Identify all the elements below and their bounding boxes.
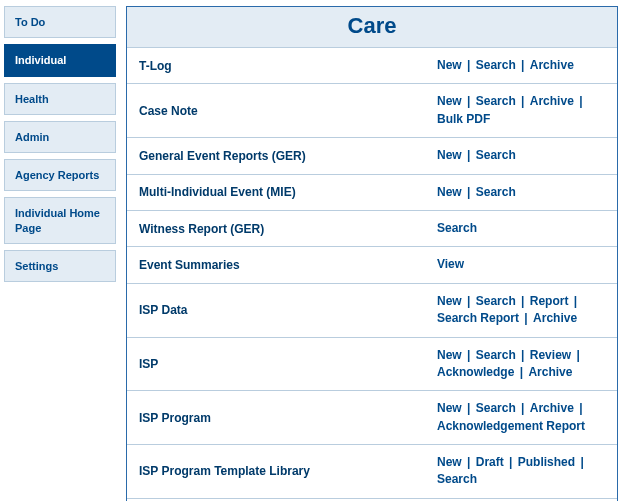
action-link[interactable]: Archive — [530, 58, 574, 72]
separator: | — [462, 148, 476, 162]
module-actions: New | Search — [437, 184, 605, 201]
module-actions: View — [437, 256, 605, 273]
module-list: T-LogNew | Search | ArchiveCase NoteNew … — [127, 47, 617, 501]
action-link[interactable]: New — [437, 401, 462, 415]
sidebar-item-health[interactable]: Health — [4, 83, 116, 115]
module-row: Multi-Individual Event (MIE)New | Search — [127, 174, 617, 210]
module-name: ISP — [139, 357, 389, 371]
action-link[interactable]: Published — [518, 455, 575, 469]
module-name: Witness Report (GER) — [139, 222, 389, 236]
separator: | — [462, 348, 476, 362]
sidebar-item-to-do[interactable]: To Do — [4, 6, 116, 38]
action-link[interactable]: Archive — [528, 365, 572, 379]
separator: | — [516, 294, 530, 308]
module-actions: New | Search | Archive | Acknowledgement… — [437, 400, 605, 435]
action-link[interactable]: New — [437, 185, 462, 199]
module-row: ISP Program Template LibraryNew | Draft … — [127, 444, 617, 498]
module-row: General Event Reports (GER)New | Search — [127, 137, 617, 173]
action-link[interactable]: Search — [476, 94, 516, 108]
action-link[interactable]: Archive — [530, 401, 574, 415]
page-title: Care — [127, 7, 617, 47]
separator: | — [516, 348, 530, 362]
action-link[interactable]: Search Report — [437, 311, 519, 325]
separator: | — [462, 185, 476, 199]
module-actions: New | Draft | Published | Search — [437, 454, 605, 489]
action-link[interactable]: Search — [437, 472, 477, 486]
module-name: ISP Program Template Library — [139, 464, 389, 478]
sidebar-item-agency-reports[interactable]: Agency Reports — [4, 159, 116, 191]
action-link[interactable]: Draft — [476, 455, 504, 469]
separator: | — [516, 94, 530, 108]
module-name: T-Log — [139, 59, 389, 73]
module-row: Event SummariesView — [127, 246, 617, 282]
action-link[interactable]: Acknowledge — [437, 365, 514, 379]
separator: | — [574, 94, 585, 108]
sidebar-item-settings[interactable]: Settings — [4, 250, 116, 282]
separator: | — [519, 311, 533, 325]
module-actions: New | Search | Review | Acknowledge | Ar… — [437, 347, 605, 382]
action-link[interactable]: Acknowledgement Report — [437, 419, 585, 433]
module-actions: Search — [437, 220, 605, 237]
action-link[interactable]: Search — [476, 401, 516, 415]
separator: | — [514, 365, 528, 379]
separator: | — [574, 401, 585, 415]
module-actions: New | Search | Archive — [437, 57, 605, 74]
separator: | — [462, 294, 476, 308]
module-name: General Event Reports (GER) — [139, 149, 389, 163]
separator: | — [462, 58, 476, 72]
module-row: ISP ProgramNew | Search | Archive | Ackn… — [127, 390, 617, 444]
main-panel: Care T-LogNew | Search | ArchiveCase Not… — [126, 6, 618, 501]
module-name: Event Summaries — [139, 258, 389, 272]
sidebar-item-individual[interactable]: Individual — [4, 44, 116, 76]
module-name: Case Note — [139, 104, 389, 118]
module-row: ISP DataNew | Search | Report | Search R… — [127, 283, 617, 337]
action-link[interactable]: Report — [530, 294, 569, 308]
module-actions: New | Search | Report | Search Report | … — [437, 293, 605, 328]
action-link[interactable]: View — [437, 257, 464, 271]
action-link[interactable]: Archive — [530, 94, 574, 108]
action-link[interactable]: Search — [476, 148, 516, 162]
separator: | — [462, 455, 476, 469]
separator: | — [462, 401, 476, 415]
sidebar: To DoIndividualHealthAdminAgency Reports… — [4, 6, 116, 288]
module-name: Multi-Individual Event (MIE) — [139, 185, 389, 199]
action-link[interactable]: New — [437, 348, 462, 362]
action-link[interactable]: Search — [437, 221, 477, 235]
module-row: Witness Report (GER)Search — [127, 210, 617, 246]
module-row: Case NoteNew | Search | Archive | Bulk P… — [127, 83, 617, 137]
action-link[interactable]: Search — [476, 294, 516, 308]
module-name: ISP Data — [139, 303, 389, 317]
separator: | — [575, 455, 586, 469]
action-link[interactable]: Search — [476, 58, 516, 72]
sidebar-item-admin[interactable]: Admin — [4, 121, 116, 153]
module-name: ISP Program — [139, 411, 389, 425]
action-link[interactable]: Review — [530, 348, 571, 362]
action-link[interactable]: New — [437, 294, 462, 308]
separator: | — [516, 401, 530, 415]
action-link[interactable]: Search — [476, 185, 516, 199]
separator: | — [462, 94, 476, 108]
action-link[interactable]: Archive — [533, 311, 577, 325]
action-link[interactable]: New — [437, 94, 462, 108]
action-link[interactable]: New — [437, 148, 462, 162]
module-row: ISPNew | Search | Review | Acknowledge |… — [127, 337, 617, 391]
module-actions: New | Search — [437, 147, 605, 164]
module-actions: New | Search | Archive | Bulk PDF — [437, 93, 605, 128]
separator: | — [568, 294, 579, 308]
module-row: T-LogNew | Search | Archive — [127, 47, 617, 83]
sidebar-item-individual-home-page[interactable]: Individual Home Page — [4, 197, 116, 244]
action-link[interactable]: Search — [476, 348, 516, 362]
action-link[interactable]: New — [437, 455, 462, 469]
separator: | — [504, 455, 518, 469]
action-link[interactable]: Bulk PDF — [437, 112, 490, 126]
separator: | — [516, 58, 530, 72]
separator: | — [571, 348, 582, 362]
action-link[interactable]: New — [437, 58, 462, 72]
